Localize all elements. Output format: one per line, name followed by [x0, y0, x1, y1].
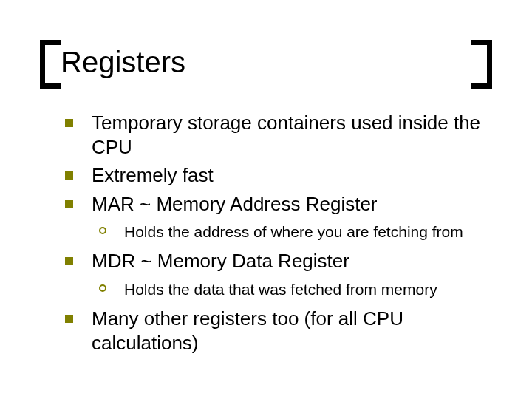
title-area: Registers: [40, 40, 492, 89]
bullet-text: Temporary storage containers used inside…: [92, 112, 480, 158]
bullet-text: MAR ~ Memory Address Register: [92, 193, 378, 215]
slide: Registers Temporary storage containers u…: [0, 0, 532, 399]
bullet-text: Many other registers too (for all CPU ca…: [92, 307, 403, 354]
list-item: Holds the address of where you are fetch…: [92, 222, 488, 242]
bullet-list: Temporary storage containers used inside…: [59, 111, 488, 355]
list-item: Many other registers too (for all CPU ca…: [59, 307, 488, 355]
bullet-text: Holds the data that was fetched from mem…: [124, 281, 437, 298]
slide-body: Temporary storage containers used inside…: [59, 111, 488, 359]
right-bracket-icon: [471, 40, 492, 89]
list-item: Holds the data that was fetched from mem…: [92, 279, 488, 299]
list-item: Temporary storage containers used inside…: [59, 111, 488, 159]
sub-bullet-list: Holds the address of where you are fetch…: [92, 222, 488, 242]
bullet-text: Holds the address of where you are fetch…: [124, 223, 463, 240]
list-item: Extremely fast: [59, 163, 488, 188]
left-bracket-icon: [40, 40, 61, 89]
list-item: MDR ~ Memory Data Register Holds the dat…: [59, 249, 488, 299]
bullet-text: MDR ~ Memory Data Register: [92, 250, 349, 272]
sub-bullet-list: Holds the data that was fetched from mem…: [92, 279, 488, 299]
slide-title: Registers: [61, 46, 185, 79]
bullet-text: Extremely fast: [92, 164, 214, 186]
list-item: MAR ~ Memory Address Register Holds the …: [59, 192, 488, 242]
